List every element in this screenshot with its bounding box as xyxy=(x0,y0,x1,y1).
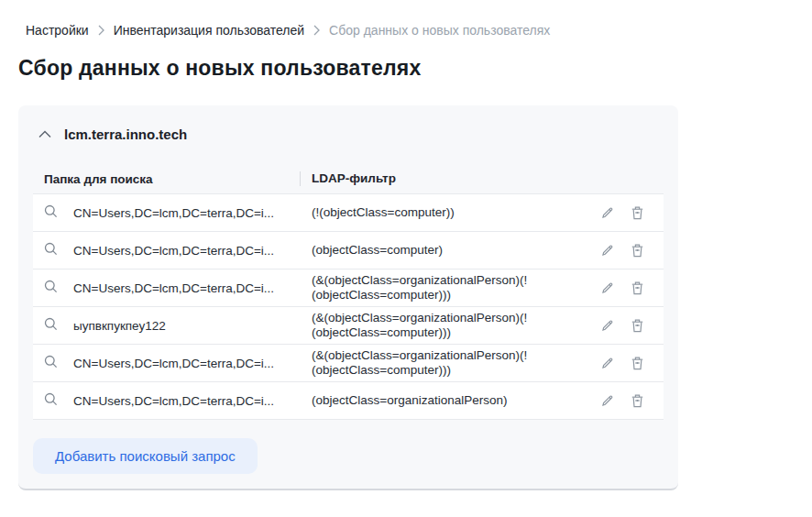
search-icon[interactable] xyxy=(44,317,58,335)
page-title: Сбор данных о новых пользователях xyxy=(0,38,812,81)
ldap-filter-text: (&(objectClass=organizationalPerson)(!(o… xyxy=(312,345,587,381)
search-icon[interactable] xyxy=(44,355,58,372)
row-actions xyxy=(587,357,664,370)
delete-button[interactable] xyxy=(631,206,643,220)
ldap-filter-text: (&(objectClass=organizationalPerson)(!(o… xyxy=(312,307,587,344)
folder-path-text: CN=Users,DC=lcm,DC=terra,DC=i... xyxy=(73,244,312,258)
delete-button[interactable] xyxy=(631,357,643,370)
ldap-filter-text: (objectClass=organizationalPerson) xyxy=(312,390,587,412)
folder-lookup-cell xyxy=(33,280,73,297)
page: Настройки Инвентаризация пользователей С… xyxy=(0,0,812,490)
table-row: ыупвкпукпеу122 (&(objectClass=organizati… xyxy=(33,307,664,345)
ldap-filter-text: (objectClass=computer) xyxy=(312,239,587,261)
folder-lookup-cell xyxy=(33,355,73,372)
folder-lookup-cell xyxy=(33,204,73,222)
table-row: CN=Users,DC=lcm,DC=terra,DC=i... (object… xyxy=(33,232,664,270)
delete-button[interactable] xyxy=(631,319,643,333)
breadcrumb-item-current: Сбор данных о новых пользователях xyxy=(329,23,550,38)
ldap-filter-text: (!(objectClass=computer)) xyxy=(312,202,587,224)
edit-button[interactable] xyxy=(601,394,614,407)
row-actions xyxy=(587,394,664,408)
chevron-right-icon xyxy=(313,25,320,36)
table-row: CN=Users,DC=lcm,DC=terra,DC=i... (&(obje… xyxy=(33,345,664,382)
table-row: CN=Users,DC=lcm,DC=terra,DC=i... (object… xyxy=(33,382,664,420)
folder-lookup-cell xyxy=(33,392,73,410)
table-header: Папка для поиска LDAP-фильтр xyxy=(33,164,664,194)
folder-path-text: ыупвкпукпеу122 xyxy=(73,319,312,333)
edit-button[interactable] xyxy=(601,319,614,332)
search-icon[interactable] xyxy=(44,280,58,297)
panel-title: lcm.terra.inno.tech xyxy=(64,126,187,142)
edit-button[interactable] xyxy=(601,244,614,257)
row-actions xyxy=(587,206,664,220)
search-icon[interactable] xyxy=(44,242,58,259)
chevron-up-icon[interactable] xyxy=(38,130,51,138)
folder-path-text: CN=Users,DC=lcm,DC=terra,DC=i... xyxy=(73,357,312,370)
domain-panel: lcm.terra.inno.tech Папка для поиска LDA… xyxy=(18,105,678,490)
panel-header[interactable]: lcm.terra.inno.tech xyxy=(33,120,664,142)
folder-path-text: CN=Users,DC=lcm,DC=terra,DC=i... xyxy=(73,281,312,295)
breadcrumb: Настройки Инвентаризация пользователей С… xyxy=(0,0,812,38)
delete-button[interactable] xyxy=(631,244,643,258)
folder-path-text: CN=Users,DC=lcm,DC=terra,DC=i... xyxy=(73,394,312,408)
row-actions xyxy=(587,281,664,295)
chevron-right-icon xyxy=(98,25,104,36)
breadcrumb-item-settings[interactable]: Настройки xyxy=(26,23,89,38)
add-search-query-button[interactable]: Добавить поисковый запрос xyxy=(33,438,258,474)
edit-button[interactable] xyxy=(601,357,614,369)
folder-lookup-cell xyxy=(33,242,73,259)
row-actions xyxy=(587,244,664,258)
search-icon[interactable] xyxy=(44,204,58,222)
table-row: CN=Users,DC=lcm,DC=terra,DC=i... (!(obje… xyxy=(33,194,664,232)
column-header-ldap-filter: LDAP-фильтр xyxy=(300,171,664,186)
breadcrumb-item-user-inventory[interactable]: Инвентаризация пользователей xyxy=(114,23,304,38)
search-queries-table: Папка для поиска LDAP-фильтр CN=Users,DC… xyxy=(33,164,664,420)
edit-button[interactable] xyxy=(601,206,614,219)
delete-button[interactable] xyxy=(631,281,643,295)
folder-path-text: CN=Users,DC=lcm,DC=terra,DC=i... xyxy=(73,206,312,220)
delete-button[interactable] xyxy=(631,394,643,408)
search-icon[interactable] xyxy=(44,392,58,410)
row-actions xyxy=(587,319,664,333)
ldap-filter-text: (&(objectClass=organizationalPerson)(!(o… xyxy=(312,270,587,306)
table-row: CN=Users,DC=lcm,DC=terra,DC=i... (&(obje… xyxy=(33,270,664,307)
column-header-folder: Папка для поиска xyxy=(33,172,300,186)
table-body: CN=Users,DC=lcm,DC=terra,DC=i... (!(obje… xyxy=(33,194,664,420)
edit-button[interactable] xyxy=(601,281,614,294)
folder-lookup-cell xyxy=(33,317,73,335)
